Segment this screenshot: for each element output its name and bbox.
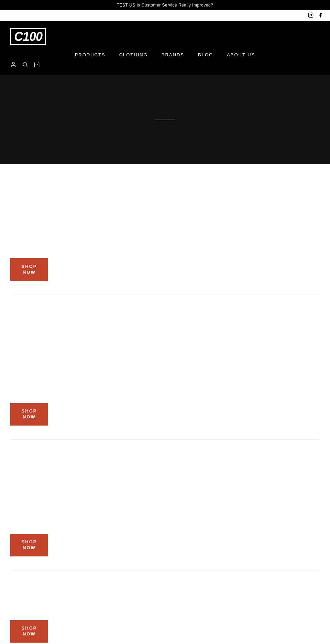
cart-button[interactable]: [34, 61, 40, 69]
account-button[interactable]: [10, 61, 16, 69]
header: C100 PRODUCTS CLOTHING BRANDS BLOG ABOUT…: [0, 21, 330, 75]
nav-item-about-us[interactable]: ABOUT US: [227, 52, 255, 57]
content-section-1: SHOPNOW: [0, 164, 330, 295]
instagram-icon[interactable]: [308, 12, 314, 19]
svg-line-5: [26, 66, 28, 67]
social-bar: [0, 10, 330, 21]
shop-now-button-3[interactable]: SHOPNOW: [10, 534, 48, 556]
svg-point-3: [12, 62, 14, 64]
svg-point-4: [23, 63, 27, 66]
announcement-bar: TEST US Is Customer Service Really Impro…: [0, 0, 330, 10]
svg-point-1: [310, 14, 311, 16]
svg-rect-0: [308, 13, 313, 17]
announcement-link[interactable]: Is Customer Service Really Improved?: [137, 3, 213, 8]
hero-section: [0, 75, 330, 164]
hero-divider: [155, 120, 175, 120]
content-section-3: SHOPNOW: [0, 440, 330, 570]
svg-point-2: [312, 14, 312, 14]
nav-item-clothing[interactable]: CLOTHING: [119, 52, 148, 57]
nav-item-brands[interactable]: BRANDS: [162, 52, 184, 57]
search-button[interactable]: [22, 61, 28, 69]
logo-area: C100: [10, 28, 46, 45]
shop-now-button-2[interactable]: SHOPNOW: [10, 403, 48, 426]
nav-item-blog[interactable]: BLOG: [198, 52, 213, 57]
announcement-prefix: TEST US: [117, 3, 135, 8]
facebook-icon[interactable]: [318, 12, 323, 19]
nav-item-products[interactable]: PRODUCTS: [75, 52, 106, 57]
nav-icons-row: [10, 59, 40, 75]
shop-now-button-1[interactable]: SHOPNOW: [10, 258, 48, 281]
logo[interactable]: C100: [10, 28, 46, 45]
shop-now-button-4[interactable]: SHOPNOW: [10, 620, 48, 643]
nav-row: PRODUCTS CLOTHING BRANDS BLOG ABOUT US: [10, 49, 320, 59]
content-section-2: SHOPNOW: [0, 295, 330, 439]
bottom-section: SHOPNOW: [0, 570, 330, 644]
